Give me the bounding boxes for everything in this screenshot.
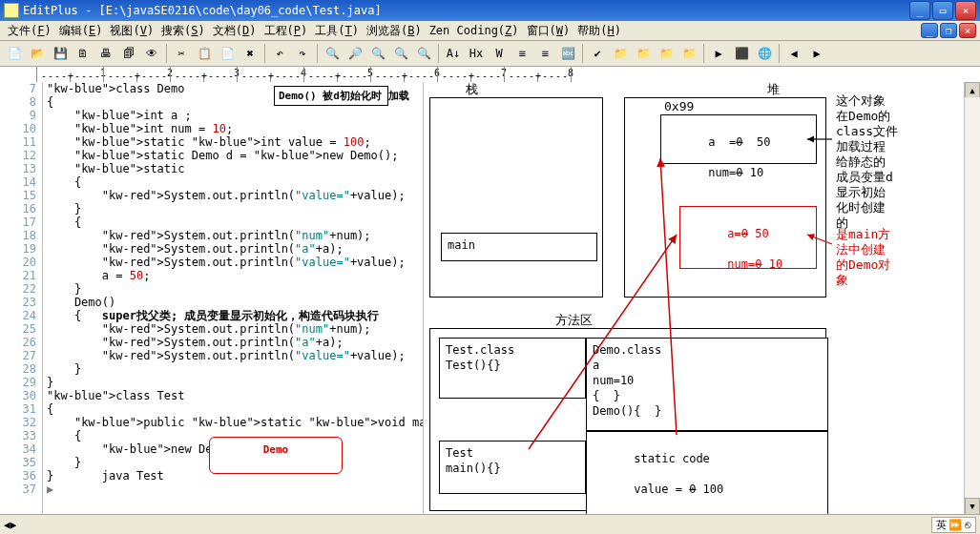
line-number: 19 [0,242,36,256]
toolbar-button-10[interactable]: 📄 [217,43,238,64]
menu-t[interactable]: 工具(T) [311,23,363,38]
menu-p[interactable]: 工程(P) [261,23,312,38]
code-line[interactable]: "kw-red">System.out.println("value="+val… [43,349,423,362]
code-line[interactable]: { super找父类; 成员变量显示初始化，构造代码块执行 [43,309,423,322]
code-line[interactable]: "kw-red">System.out.println("value="+val… [43,256,423,269]
toolbar-button-35[interactable]: ▶ [708,43,729,64]
code-editor[interactable]: Demo() 被d初始化时 加载 Demo "kw-blue">class De… [43,82,423,515]
code-line[interactable]: a = 50; [43,269,423,282]
line-number: 22 [0,282,36,296]
code-line[interactable]: "kw-red">System.out.println("a"+a); [43,336,423,349]
toolbar-button-3[interactable]: 🗎 [73,43,94,64]
code-line[interactable]: { [43,402,423,416]
toolbar-button-0[interactable]: 📄 [4,43,25,64]
toolbar-button-16[interactable]: 🔍 [322,43,343,64]
toolbar-button-29[interactable]: ✔ [587,43,608,64]
mdi-restore-button[interactable]: ❐ [940,23,957,38]
toolbar-button-2[interactable]: 💾 [50,43,71,64]
maximize-button[interactable]: ▭ [932,1,953,20]
toolbar-button-22[interactable]: A↓ [443,43,464,64]
tab-scroll-left[interactable]: ◀ [4,519,10,531]
toolbar-button-40[interactable]: ▶ [806,43,827,64]
code-line[interactable]: "kw-blue">int num = 10; [43,122,423,135]
code-line[interactable]: "kw-blue">static [43,162,423,175]
menu-e[interactable]: 编辑(E) [55,23,107,38]
note-static-object: 这个对象 在Demo的 class文件 加载过程 给静态的 成员变量d 显示初始… [836,93,898,231]
toolbar-button-20[interactable]: 🔍 [413,43,434,64]
line-number: 21 [0,269,36,282]
menu-v[interactable]: 视图(V) [106,23,157,38]
line-number: 31 [0,402,36,416]
note-main-object: 是main方 法中创建 的Demo对 象 [836,227,890,288]
mdi-minimize-button[interactable]: _ [921,23,938,38]
editor-main: 7891011121314151617181920212223242526272… [0,82,980,515]
code-line[interactable]: "kw-red">System.out.println("num"+num); [43,322,423,336]
line-number: 29 [0,376,36,389]
toolbar-button-14[interactable]: ↷ [292,43,313,64]
code-line[interactable]: Demo() [43,296,423,309]
toolbar-button-8[interactable]: ✂ [171,43,192,64]
toolbar-separator [166,44,167,63]
code-line[interactable]: "kw-blue">int a ; [43,109,423,122]
method-area-test-class: Test.class Test(){} [439,338,586,399]
toolbar-button-17[interactable]: 🔎 [344,43,365,64]
toolbar-button-5[interactable]: 🗐 [118,43,139,64]
toolbar-button-36[interactable]: ⬛ [731,43,752,64]
tab-scroll-right[interactable]: ▶ [10,519,17,531]
toolbar-button-33[interactable]: 📁 [678,43,699,64]
line-number: 34 [0,442,36,456]
toolbar-button-30[interactable]: 📁 [610,43,631,64]
line-number: 37 [0,483,36,496]
code-line[interactable]: { [43,216,423,229]
toolbar-button-39[interactable]: ◀ [783,43,804,64]
code-line[interactable]: "kw-red">System.out.println("value="+val… [43,189,423,202]
annotation-demo-init: Demo() 被d初始化时 加载 [274,86,388,106]
code-line[interactable]: } [43,376,423,389]
toolbar-button-18[interactable]: 🔍 [367,43,388,64]
minimize-button[interactable]: _ [909,1,930,20]
code-line[interactable]: } [43,362,423,376]
toolbar-button-25[interactable]: ≡ [511,43,532,64]
vertical-scrollbar[interactable]: ▲ ▼ [964,82,980,515]
toolbar-button-11[interactable]: ✖ [240,43,261,64]
mdi-close-button[interactable]: × [959,23,976,38]
toolbar-button-6[interactable]: 👁 [141,43,162,64]
toolbar-button-37[interactable]: 🌐 [754,43,775,64]
scroll-track[interactable] [965,97,980,500]
ime-indicator[interactable]: 英 ⏩ ⎋ [931,517,977,533]
heap-object-d: a =0 50 num=0 10 [660,114,817,164]
toolbar-button-19[interactable]: 🔍 [390,43,411,64]
menu-s[interactable]: 搜索(S) [157,23,209,38]
close-button[interactable]: × [955,1,976,20]
menu-d[interactable]: 文档(D) [209,23,261,38]
code-line[interactable]: "kw-blue">static Demo d = "kw-blue">new … [43,149,423,162]
toolbar-button-9[interactable]: 📋 [194,43,215,64]
code-line[interactable]: "kw-red">System.out.println("num"+num); [43,229,423,242]
menu-w[interactable]: 窗口(W) [523,23,574,38]
code-line[interactable]: "kw-blue">static "kw-blue">int value = 1… [43,135,423,149]
toolbar-button-31[interactable]: 📁 [633,43,654,64]
code-line[interactable]: } [43,202,423,216]
menu-b[interactable]: 浏览器(B) [363,23,426,38]
method-area-test-main: Test main(){} [439,441,586,494]
code-line[interactable]: "kw-red">System.out.println("a"+a); [43,242,423,256]
toolbar-button-24[interactable]: W [489,43,510,64]
toolbar-button-1[interactable]: 📂 [27,43,48,64]
line-number: 18 [0,229,36,242]
toolbar-button-32[interactable]: 📁 [656,43,677,64]
code-line[interactable]: "kw-blue">class Test [43,389,423,402]
toolbar-button-26[interactable]: ≡ [534,43,555,64]
toolbar-button-27[interactable]: 🔤 [557,43,578,64]
toolbar-button-23[interactable]: Hx [466,43,487,64]
code-line[interactable]: "kw-blue">public "kw-blue">static "kw-bl… [43,416,423,429]
line-number-gutter: 7891011121314151617181920212223242526272… [0,82,43,515]
toolbar-button-13[interactable]: ↶ [269,43,290,64]
menu-z[interactable]: Zen Coding(Z) [426,23,523,38]
scroll-down-button[interactable]: ▼ [965,498,980,515]
code-line[interactable]: { [43,175,423,189]
toolbar-button-4[interactable]: 🖶 [95,43,116,64]
menu-f[interactable]: 文件(F) [4,23,55,38]
code-line[interactable]: } [43,282,423,296]
method-area-demo-class: Demo.class a num=10 { } Demo(){ } [586,338,828,431]
menu-h[interactable]: 帮助(H) [573,23,625,38]
